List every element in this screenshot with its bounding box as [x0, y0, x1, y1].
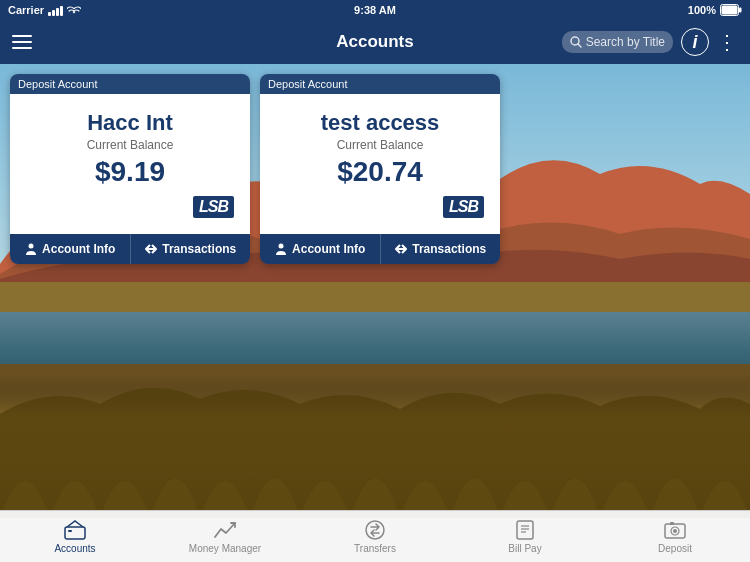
card-1-account-info-button[interactable]: Account Info	[10, 234, 131, 264]
carrier-text: Carrier	[8, 4, 44, 16]
tab-transfers-label: Transfers	[354, 543, 396, 554]
card-1-body: Hacc Int Current Balance $9.19 LSB	[10, 94, 250, 234]
transactions-icon-2	[394, 242, 408, 256]
tab-bill-pay[interactable]: Bill Pay	[450, 515, 600, 558]
tab-bill-pay-label: Bill Pay	[508, 543, 541, 554]
tab-money-manager-label: Money Manager	[189, 543, 261, 554]
card-2-balance-label: Current Balance	[276, 138, 484, 152]
lsb-logo-2: LSB	[443, 196, 484, 218]
card-2-transactions-button[interactable]: Transactions	[381, 234, 501, 264]
battery-icon	[720, 4, 742, 16]
svg-rect-24	[670, 522, 674, 525]
tab-accounts[interactable]: Accounts	[0, 515, 150, 558]
card-1-account-name: Hacc Int	[26, 110, 234, 136]
status-bar-time: 9:38 AM	[354, 4, 396, 16]
battery-text: 100%	[688, 4, 716, 16]
tab-deposit[interactable]: Deposit	[600, 515, 750, 558]
card-2-body: test access Current Balance $20.74 LSB	[260, 94, 500, 234]
money-manager-icon	[213, 519, 237, 541]
accounts-icon	[63, 519, 87, 541]
deposit-icon	[663, 519, 687, 541]
card-1-transactions-button[interactable]: Transactions	[131, 234, 251, 264]
hamburger-line-3	[12, 47, 32, 49]
hamburger-line-2	[12, 41, 32, 43]
account-info-icon-2	[274, 242, 288, 256]
search-icon	[570, 36, 582, 48]
account-info-icon-1	[24, 242, 38, 256]
hamburger-menu[interactable]	[12, 35, 32, 49]
transfers-icon	[363, 519, 387, 541]
card-2-balance: $20.74	[276, 156, 484, 188]
tab-deposit-label: Deposit	[658, 543, 692, 554]
account-card-2: Deposit Account test access Current Bala…	[260, 74, 500, 264]
bill-pay-icon	[513, 519, 537, 541]
tab-accounts-label: Accounts	[54, 543, 95, 554]
hamburger-line-1	[12, 35, 32, 37]
lsb-logo-1: LSB	[193, 196, 234, 218]
svg-line-4	[578, 44, 581, 47]
account-card-1: Deposit Account Hacc Int Current Balance…	[10, 74, 250, 264]
card-1-balance-label: Current Balance	[26, 138, 234, 152]
status-bar-left: Carrier	[8, 4, 81, 16]
card-1-balance: $9.19	[26, 156, 234, 188]
svg-rect-14	[65, 527, 85, 539]
nav-left	[12, 35, 32, 49]
card-2-actions: Account Info Transactions	[260, 234, 500, 264]
card-2-account-name: test access	[276, 110, 484, 136]
status-bar: Carrier 9:38 AM 100%	[0, 0, 750, 20]
tab-transfers[interactable]: Transfers	[300, 515, 450, 558]
svg-point-10	[29, 244, 34, 249]
card-1-logo: LSB	[26, 196, 234, 218]
svg-rect-17	[517, 521, 533, 539]
cards-container: Deposit Account Hacc Int Current Balance…	[10, 74, 500, 264]
card-1-deposit-label: Deposit Account	[10, 74, 250, 94]
tab-money-manager[interactable]: Money Manager	[150, 515, 300, 558]
search-placeholder: Search by Title	[586, 35, 665, 49]
more-button[interactable]: ⋮	[717, 30, 738, 54]
nav-right: Search by Title i ⋮	[562, 28, 738, 56]
info-button[interactable]: i	[681, 28, 709, 56]
status-bar-right: 100%	[688, 4, 742, 16]
svg-rect-6	[0, 282, 750, 312]
svg-point-16	[366, 521, 384, 539]
card-2-deposit-label: Deposit Account	[260, 74, 500, 94]
card-2-account-info-button[interactable]: Account Info	[260, 234, 381, 264]
transactions-icon-1	[144, 242, 158, 256]
tab-bar: Accounts Money Manager Transfers Bill Pa…	[0, 510, 750, 562]
svg-rect-2	[739, 8, 742, 13]
nav-bar: Accounts Search by Title i ⋮	[0, 20, 750, 64]
wifi-icon	[67, 5, 81, 15]
svg-rect-1	[722, 6, 738, 15]
signal-icon	[48, 4, 63, 16]
card-1-actions: Account Info Transactions	[10, 234, 250, 264]
card-2-logo: LSB	[276, 196, 484, 218]
svg-rect-15	[68, 530, 72, 532]
svg-point-12	[279, 244, 284, 249]
search-box[interactable]: Search by Title	[562, 31, 673, 53]
svg-point-23	[673, 529, 677, 533]
nav-title: Accounts	[336, 32, 413, 52]
